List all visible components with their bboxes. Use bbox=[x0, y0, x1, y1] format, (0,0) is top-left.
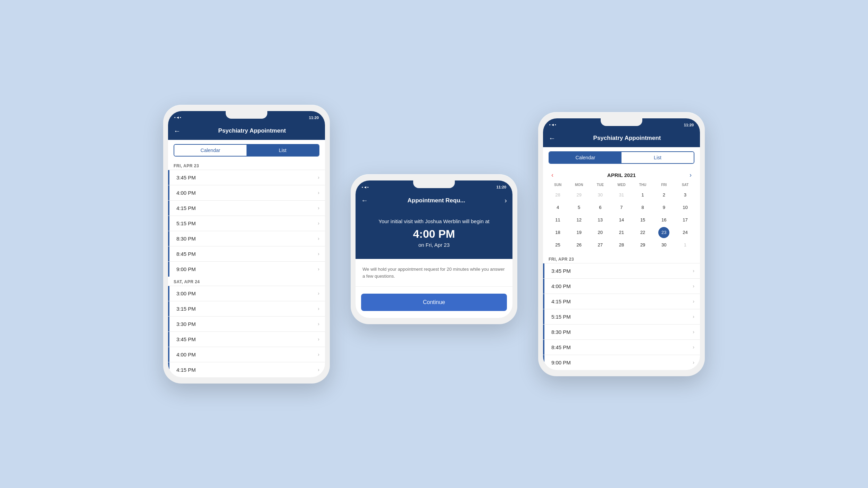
list-tab-1[interactable]: List bbox=[247, 145, 319, 156]
notch-3 bbox=[601, 118, 642, 126]
cal-cell[interactable]: 4 bbox=[552, 202, 564, 213]
cal-cell[interactable]: 24 bbox=[679, 227, 691, 238]
forward-button-2[interactable]: › bbox=[504, 196, 507, 204]
slot-845pm-3[interactable]: 8:45 PM › bbox=[543, 339, 700, 355]
cal-cell[interactable]: 10 bbox=[679, 202, 691, 213]
cal-cell[interactable]: 27 bbox=[595, 239, 606, 251]
slot-415pm-3[interactable]: 4:15 PM › bbox=[543, 294, 700, 309]
slot-400pm-sat[interactable]: 4:00 PM › bbox=[168, 347, 325, 362]
app-header-2: ← Appointment Requ... › bbox=[356, 193, 512, 209]
slot-345pm-sat[interactable]: 3:45 PM › bbox=[168, 331, 325, 347]
cal-cell[interactable]: 6 bbox=[595, 202, 606, 213]
cal-cell[interactable]: 1 bbox=[679, 239, 691, 251]
back-button-1[interactable]: ← bbox=[174, 127, 181, 135]
cal-cell[interactable]: 30 bbox=[658, 239, 669, 251]
calendar-month-label: APRIL 2021 bbox=[607, 172, 636, 178]
cal-cell[interactable]: 3 bbox=[679, 190, 691, 201]
prev-month-button[interactable]: ‹ bbox=[549, 171, 556, 179]
next-month-button[interactable]: › bbox=[687, 171, 694, 179]
cal-cell[interactable]: 28 bbox=[552, 190, 564, 201]
chevron-icon: › bbox=[693, 329, 694, 335]
cal-cell[interactable]: 29 bbox=[574, 190, 585, 201]
view-toggle-3: Calendar List bbox=[549, 151, 694, 164]
cal-cell[interactable]: 31 bbox=[616, 190, 627, 201]
calendar-tab-1[interactable]: Calendar bbox=[174, 145, 247, 156]
cal-cell[interactable]: 15 bbox=[637, 214, 648, 226]
confirm-date: on Fri, Apr 23 bbox=[362, 242, 506, 248]
slot-315pm-sat[interactable]: 3:15 PM › bbox=[168, 301, 325, 316]
chevron-icon: › bbox=[693, 314, 694, 319]
cal-cell[interactable]: 26 bbox=[574, 239, 585, 251]
phone-2: ▪ ◂ ▪ 11:20 ← Appointment Requ... › Your… bbox=[351, 174, 517, 324]
cal-cell[interactable]: 21 bbox=[616, 227, 627, 238]
chevron-icon: › bbox=[318, 175, 319, 180]
date-header-sat: SAT, APR 24 bbox=[168, 277, 325, 286]
cal-cell[interactable]: 5 bbox=[574, 202, 585, 213]
cal-cell[interactable]: 11 bbox=[552, 214, 564, 226]
slot-515pm-fri[interactable]: 5:15 PM › bbox=[168, 216, 325, 231]
cal-cell-selected[interactable]: 23 bbox=[658, 227, 669, 238]
calendar-grid: 28 29 30 31 1 2 3 4 5 6 7 8 9 10 11 12 1… bbox=[547, 189, 696, 251]
calendar-nav: ‹ APRIL 2021 › bbox=[547, 168, 696, 182]
slot-415pm-sat[interactable]: 4:15 PM › bbox=[168, 362, 325, 377]
cal-cell[interactable]: 16 bbox=[658, 214, 669, 226]
cal-cell[interactable]: 12 bbox=[574, 214, 585, 226]
slot-300pm-sat[interactable]: 3:00 PM › bbox=[168, 286, 325, 301]
cal-cell[interactable]: 19 bbox=[574, 227, 585, 238]
notch bbox=[226, 111, 267, 119]
notch-2 bbox=[413, 180, 455, 188]
cal-cell[interactable]: 20 bbox=[595, 227, 606, 238]
cal-cell[interactable]: 18 bbox=[552, 227, 564, 238]
slot-400pm-fri[interactable]: 4:00 PM › bbox=[168, 185, 325, 200]
chevron-icon: › bbox=[318, 190, 319, 195]
header-title-2: Appointment Requ... bbox=[372, 197, 500, 204]
chevron-icon: › bbox=[318, 205, 319, 211]
chevron-icon: › bbox=[318, 220, 319, 226]
continue-button[interactable]: Continue bbox=[361, 294, 507, 311]
back-button-3[interactable]: ← bbox=[549, 134, 556, 142]
slot-415pm-fri[interactable]: 4:15 PM › bbox=[168, 200, 325, 216]
header-title-1: Psychiatry Appointment bbox=[185, 127, 319, 134]
cal-cell[interactable]: 29 bbox=[637, 239, 648, 251]
cal-cell[interactable]: 7 bbox=[616, 202, 627, 213]
cal-cell[interactable]: 30 bbox=[595, 190, 606, 201]
slot-400pm-3[interactable]: 4:00 PM › bbox=[543, 278, 700, 294]
chevron-icon: › bbox=[318, 266, 319, 272]
chevron-icon: › bbox=[318, 336, 319, 342]
slot-830pm-3[interactable]: 8:30 PM › bbox=[543, 324, 700, 339]
phone-1-screen: ▪ ◂ ▪ 11:20 ← Psychiatry Appointment Cal… bbox=[168, 111, 325, 377]
cal-cell[interactable]: 8 bbox=[637, 202, 648, 213]
slot-900pm-fri[interactable]: 9:00 PM › bbox=[168, 261, 325, 277]
chevron-icon: › bbox=[318, 291, 319, 296]
back-button-2[interactable]: ← bbox=[361, 196, 368, 204]
day-fri: FRI bbox=[653, 182, 675, 187]
cal-cell[interactable]: 1 bbox=[637, 190, 648, 201]
calendar-days-header: SUN MON TUE WED THU FRI SAT bbox=[547, 182, 696, 187]
slot-345pm-3[interactable]: 3:45 PM › bbox=[543, 263, 700, 278]
phone-3-screen: ▪ ◂ ▪ 11:20 ← Psychiatry Appointment Cal… bbox=[543, 118, 700, 370]
confirm-hold-text: We will hold your appointment request fo… bbox=[356, 259, 512, 287]
slot-345pm-fri[interactable]: 3:45 PM › bbox=[168, 170, 325, 185]
list-tab-3[interactable]: List bbox=[621, 152, 694, 163]
slot-515pm-3[interactable]: 5:15 PM › bbox=[543, 309, 700, 324]
chevron-icon: › bbox=[693, 283, 694, 289]
cal-cell[interactable]: 14 bbox=[616, 214, 627, 226]
cal-cell[interactable]: 22 bbox=[637, 227, 648, 238]
day-tue: TUE bbox=[590, 182, 611, 187]
cal-cell[interactable]: 25 bbox=[552, 239, 564, 251]
header-title-3: Psychiatry Appointment bbox=[560, 135, 694, 142]
cal-cell[interactable]: 17 bbox=[679, 214, 691, 226]
slot-900pm-3[interactable]: 9:00 PM › bbox=[543, 355, 700, 370]
cal-cell[interactable]: 2 bbox=[658, 190, 669, 201]
slot-845pm-fri[interactable]: 8:45 PM › bbox=[168, 246, 325, 261]
confirm-time: 4:00 PM bbox=[362, 228, 506, 241]
cal-cell[interactable]: 28 bbox=[616, 239, 627, 251]
calendar-widget: ‹ APRIL 2021 › SUN MON TUE WED THU FRI S… bbox=[543, 168, 700, 254]
phone-1: ▪ ◂ ▪ 11:20 ← Psychiatry Appointment Cal… bbox=[163, 105, 330, 384]
slot-830pm-fri[interactable]: 8:30 PM › bbox=[168, 231, 325, 246]
cal-cell[interactable]: 9 bbox=[658, 202, 669, 213]
calendar-tab-3[interactable]: Calendar bbox=[549, 152, 621, 163]
phone-2-screen: ▪ ◂ ▪ 11:20 ← Appointment Requ... › Your… bbox=[356, 180, 512, 318]
cal-cell[interactable]: 13 bbox=[595, 214, 606, 226]
slot-330pm-sat[interactable]: 3:30 PM › bbox=[168, 316, 325, 331]
